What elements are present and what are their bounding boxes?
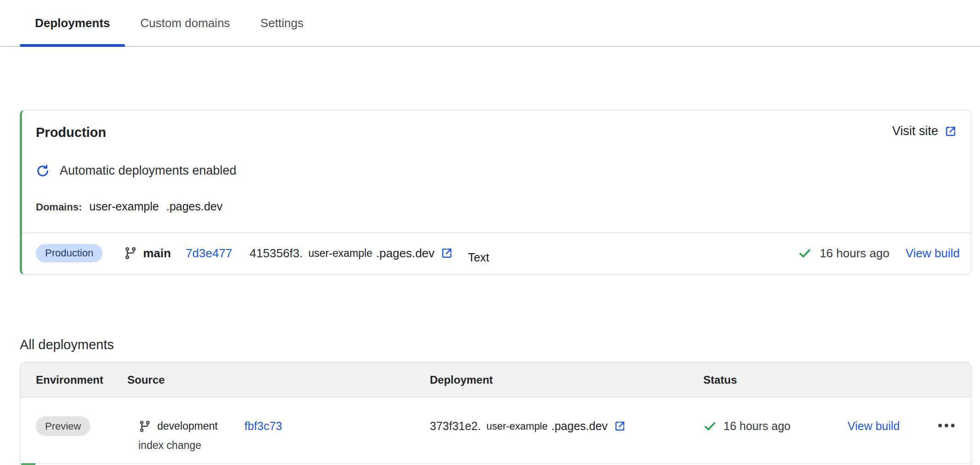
status-time: 16 hours ago <box>820 246 889 261</box>
environment-cell: Preview <box>36 420 127 432</box>
visit-site-link[interactable]: Visit site <box>892 124 957 138</box>
tab-settings[interactable]: Settings <box>245 0 319 46</box>
production-deployment-row: Production main 7d3e477 415356f3. user-e… <box>22 232 971 274</box>
tab-custom-domains[interactable]: Custom domains <box>125 0 245 46</box>
next-row-accent <box>21 463 35 465</box>
domain-suffix: .pages.dev <box>166 200 222 213</box>
status-time: 16 hours ago <box>724 420 791 433</box>
deployment-cell: 373f31e2. user-example .pages.dev <box>430 420 703 433</box>
text-label: Text <box>468 251 489 264</box>
tab-deployments[interactable]: Deployments <box>20 0 125 46</box>
deployment-id: 373f31e2. <box>430 420 481 433</box>
source-cell: development fbf3c73 index change <box>127 420 430 452</box>
deployment-domain: user-example <box>486 420 547 432</box>
column-header-deployment: Deployment <box>430 374 703 386</box>
deployments-table: Environment Source Deployment Status Pre… <box>20 362 971 465</box>
deployment-domain-suffix: .pages.dev <box>376 246 434 261</box>
view-build-link[interactable]: View build <box>848 420 900 432</box>
all-deployments-heading: All deployments <box>20 336 980 353</box>
column-header-environment: Environment <box>36 374 127 386</box>
refresh-icon <box>36 164 50 178</box>
visit-site-label: Visit site <box>892 124 938 138</box>
column-header-status: Status <box>703 374 848 386</box>
deployment-domain: user-example <box>308 247 372 260</box>
environment-badge: Production <box>36 244 103 262</box>
production-deployment-info: Production main 7d3e477 415356f3. user-e… <box>36 244 489 262</box>
commit-link[interactable]: fbf3c73 <box>245 420 282 433</box>
table-header-row: Environment Source Deployment Status <box>20 363 971 397</box>
external-link-icon <box>614 420 626 432</box>
production-card-header: Production Visit site <box>36 124 957 141</box>
domains-label: Domains: <box>36 201 82 213</box>
external-link-icon <box>440 247 453 260</box>
table-row: Preview development fbf3c73 index change… <box>20 397 971 464</box>
auto-deployments-text: Automatic deployments enabled <box>60 164 236 178</box>
auto-deployments-status: Automatic deployments enabled <box>36 164 957 178</box>
production-deployment-status: 16 hours ago View build <box>798 246 960 261</box>
row-menu-cell <box>935 420 971 428</box>
git-branch-icon <box>138 420 151 433</box>
environment-badge: Preview <box>36 416 90 436</box>
deployment-external-link[interactable] <box>614 420 626 432</box>
overflow-menu-icon[interactable] <box>936 423 957 428</box>
domains-row: Domains: user-example .pages.dev <box>36 200 957 213</box>
production-card: Production Visit site Automatic deployme… <box>20 110 971 275</box>
git-branch-icon <box>124 246 137 260</box>
tab-bar: Deployments Custom domains Settings <box>0 0 980 47</box>
view-build-cell: View build <box>848 420 935 433</box>
branch-name: main <box>143 246 171 261</box>
commit-link[interactable]: 7d3e477 <box>186 246 232 261</box>
branch-name: development <box>157 420 218 432</box>
column-header-source: Source <box>127 374 430 386</box>
status-cell: 16 hours ago <box>703 420 848 433</box>
commit-message: index change <box>138 439 430 452</box>
check-icon <box>798 246 812 260</box>
deployment-domain-suffix: .pages.dev <box>552 420 608 433</box>
check-icon <box>703 420 717 433</box>
deployment-external-link[interactable] <box>440 247 453 260</box>
external-link-icon <box>944 125 957 138</box>
deployment-id: 415356f3. <box>250 246 303 261</box>
production-card-title: Production <box>36 124 106 141</box>
view-build-link[interactable]: View build <box>906 246 960 261</box>
domain-name: user-example <box>89 200 159 213</box>
